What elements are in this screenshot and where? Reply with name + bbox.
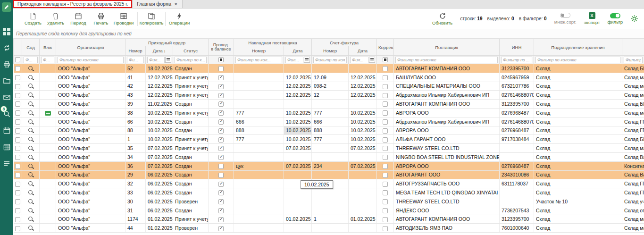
row-checkbox[interactable] xyxy=(15,217,20,222)
calendar-picker-icon[interactable] xyxy=(165,57,171,63)
export-button[interactable]: X экспорт xyxy=(584,12,600,25)
posted-checkbox[interactable] xyxy=(218,66,224,71)
table-row[interactable]: ООО "Альфа"117401.02.2025Принят к учету0… xyxy=(14,215,644,224)
col-header-organization[interactable]: Организация xyxy=(56,39,125,56)
filter-warehouse-input[interactable] xyxy=(624,57,643,63)
col-header-storage-department[interactable]: Подразделение хранения xyxy=(534,39,622,56)
posted-checkbox[interactable] xyxy=(218,217,224,222)
list-icon[interactable] xyxy=(2,159,11,168)
row-checkbox[interactable] xyxy=(15,182,20,187)
operations-button[interactable]: Операции xyxy=(168,12,191,25)
row-checkbox[interactable] xyxy=(15,119,20,125)
correction-checkbox[interactable] xyxy=(383,110,388,116)
posted-checkbox[interactable] xyxy=(218,208,224,213)
correction-checkbox[interactable] xyxy=(383,182,388,187)
row-checkbox[interactable] xyxy=(15,75,20,80)
correction-checkbox[interactable] xyxy=(383,208,388,213)
correction-checkbox[interactable] xyxy=(383,128,388,134)
delete-button[interactable]: Удалить xyxy=(44,12,67,25)
posted-checkbox[interactable] xyxy=(218,110,224,116)
table-row[interactable]: ООО "Альфа"4312.02.2025Принят к учету12.… xyxy=(14,91,644,100)
row-checkbox[interactable] xyxy=(15,146,20,151)
posted-checkbox[interactable] xyxy=(218,101,224,107)
magnifier-icon[interactable] xyxy=(28,83,34,89)
filter-invoice-date-input[interactable] xyxy=(350,57,368,63)
correction-checkbox[interactable] xyxy=(383,217,388,222)
filter-organization-input[interactable] xyxy=(58,57,124,63)
correction-checkbox[interactable] xyxy=(383,155,388,160)
col-header-supplier[interactable]: Поставщик xyxy=(394,39,500,56)
filter-content-input[interactable] xyxy=(24,57,38,63)
magnifier-icon[interactable] xyxy=(28,92,34,98)
magnifier-icon[interactable] xyxy=(28,163,34,169)
table-row[interactable]: ООО "Альфа"6610.02.2025Создан66610.02.20… xyxy=(14,117,644,126)
posted-checkbox[interactable] xyxy=(218,146,224,151)
col-header-order-date[interactable]: Дата↓ xyxy=(146,46,173,56)
magnifier-icon[interactable] xyxy=(28,75,34,81)
table-row[interactable]: ООО "Альфа"3306.02.2025СозданMEGA TEAM T… xyxy=(14,188,644,197)
calendar-picker-icon[interactable] xyxy=(304,57,310,63)
row-checkbox[interactable] xyxy=(15,101,20,107)
filter-correction-checkbox[interactable] xyxy=(383,57,388,62)
magnifier-icon[interactable] xyxy=(28,190,34,196)
posted-checkbox[interactable] xyxy=(218,182,224,187)
correction-checkbox[interactable] xyxy=(383,146,388,151)
row-checkbox[interactable] xyxy=(15,84,20,89)
correction-checkbox[interactable] xyxy=(383,75,388,80)
row-checkbox[interactable] xyxy=(15,137,20,143)
col-header-invoice-date[interactable]: Дата xyxy=(349,46,377,56)
select-all-checkbox[interactable] xyxy=(15,57,20,62)
row-checkbox[interactable] xyxy=(15,66,20,71)
col-header-warehouse[interactable] xyxy=(622,39,644,56)
magnifier-icon[interactable] xyxy=(28,181,34,187)
magnifier-icon[interactable] xyxy=(28,199,34,205)
magnifier-icon[interactable] xyxy=(28,66,34,72)
row-checkbox[interactable] xyxy=(15,164,20,169)
posted-checkbox[interactable] xyxy=(218,190,224,195)
notification-badge[interactable]: 8 xyxy=(0,106,7,112)
posted-checkbox[interactable] xyxy=(218,226,224,231)
col-header-supplier-invoice-number[interactable]: Номер xyxy=(234,46,284,56)
correction-checkbox[interactable] xyxy=(383,101,388,107)
filter-toggle[interactable]: фильтр xyxy=(607,13,623,25)
col-header-inn[interactable]: ИНН xyxy=(500,39,534,56)
filter-posted-checkbox[interactable] xyxy=(218,57,224,62)
col-header-correction[interactable]: Коррек... xyxy=(377,39,394,56)
filter-supplier-input[interactable] xyxy=(395,57,498,63)
table-row[interactable]: ООО "Альфа"3810.02.2025Принят к учету777… xyxy=(14,108,644,117)
row-checkbox[interactable] xyxy=(15,173,20,178)
correction-checkbox[interactable] xyxy=(383,226,388,231)
posted-checkbox[interactable] xyxy=(218,84,224,89)
table-row[interactable]: ООО "Альфа"4212.02.2025Принят к учету12.… xyxy=(14,82,644,91)
table-row[interactable]: ООО "Альфа"3911.02.2025СозданАВТОГАРАНТ … xyxy=(14,100,644,109)
create-button[interactable]: Создать xyxy=(22,12,44,25)
correction-checkbox[interactable] xyxy=(383,66,388,71)
row-checkbox[interactable] xyxy=(15,190,20,195)
correction-checkbox[interactable] xyxy=(383,119,388,125)
correction-checkbox[interactable] xyxy=(383,190,388,195)
correction-checkbox[interactable] xyxy=(383,93,388,98)
refresh-button[interactable]: Обновить xyxy=(432,12,452,25)
col-header-attachments[interactable]: Влж xyxy=(40,39,56,56)
col-header-supplier-invoice-date[interactable]: Дата xyxy=(284,46,312,56)
row-checkbox[interactable] xyxy=(15,155,20,160)
magnifier-icon[interactable] xyxy=(28,145,34,151)
row-checkbox[interactable] xyxy=(15,208,20,213)
col-header-content[interactable]: Сод xyxy=(22,39,40,56)
period-button[interactable]: Период xyxy=(67,12,90,25)
filter-order-number-input[interactable] xyxy=(127,57,144,63)
magnifier-icon[interactable] xyxy=(28,154,34,160)
row-checkbox[interactable] xyxy=(15,93,20,98)
posted-checkbox[interactable] xyxy=(218,155,224,160)
tab-close-icon[interactable]: ✕ xyxy=(174,2,178,7)
posted-checkbox[interactable] xyxy=(218,128,224,134)
posted-checkbox[interactable] xyxy=(218,164,224,169)
filter-order-date-input[interactable] xyxy=(147,57,165,63)
filter-attachments-input[interactable] xyxy=(41,57,54,63)
copy-button[interactable]: Копировать xyxy=(140,12,163,25)
table-row[interactable]: ООО "Альфа"3407.02.2025СозданNINGBO BOA … xyxy=(14,152,644,161)
table-row[interactable]: ООО "Альфа"4112.02.2025Принят к учету12.… xyxy=(14,73,644,82)
posted-checkbox[interactable] xyxy=(218,173,224,178)
postings-button[interactable]: Проводки xyxy=(112,12,135,25)
col-header-status[interactable]: Статус xyxy=(173,46,209,56)
